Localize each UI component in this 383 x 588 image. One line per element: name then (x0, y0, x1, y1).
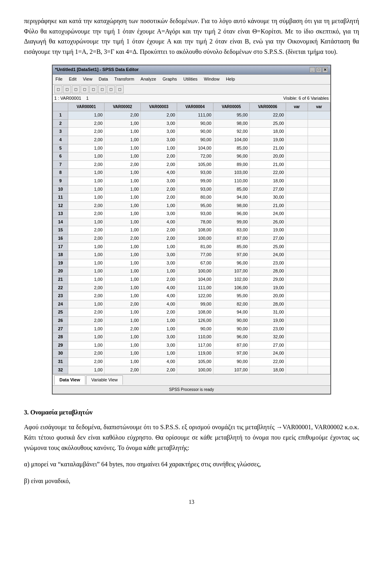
cell-value[interactable]: 1,00 (105, 284, 141, 292)
cell-value[interactable]: 3,00 (141, 210, 177, 218)
cell-value[interactable]: 107,00 (213, 267, 249, 276)
cell-value[interactable]: 22,00 (249, 357, 286, 366)
col-header-var6[interactable]: VAR00006 (249, 103, 286, 111)
cell-value[interactable]: 27,00 (249, 341, 286, 349)
cell-value[interactable]: 1,00 (105, 169, 141, 177)
menu-data[interactable]: Data (97, 75, 109, 83)
cell-value[interactable]: 4,00 (141, 169, 177, 177)
cell-value[interactable]: 99,00 (213, 218, 249, 226)
cell-value[interactable]: 1,00 (105, 201, 141, 210)
cell-value[interactable]: 99,00 (177, 300, 213, 308)
table-row[interactable]: 252,001,002,00108,0094,0031,00 (53, 308, 330, 317)
cell-value[interactable]: 93,00 (177, 185, 213, 193)
cell-value[interactable]: 1,00 (68, 333, 105, 341)
cell-value[interactable]: 95,00 (177, 201, 213, 210)
cell-value[interactable]: 1,00 (68, 267, 105, 276)
toolbar-btn-6[interactable]: ◻ (98, 85, 106, 93)
cell-value[interactable]: 105,00 (177, 160, 213, 169)
cell-value[interactable]: 85,00 (213, 144, 249, 152)
cell-value[interactable]: 80,00 (177, 193, 213, 202)
cell-value[interactable]: 81,00 (177, 243, 213, 251)
cell-value[interactable]: 90,00 (177, 119, 213, 128)
cell-value[interactable]: 27,00 (249, 235, 286, 243)
cell-value[interactable]: 28,00 (249, 300, 286, 308)
cell-value[interactable]: 1,00 (68, 185, 105, 193)
cell-value[interactable]: 19,00 (249, 136, 286, 144)
cell-value[interactable]: 1,00 (68, 152, 105, 161)
cell-value[interactable]: 2,00 (68, 119, 105, 128)
cell-value[interactable]: 1,00 (68, 341, 105, 349)
cell-value[interactable]: 93,00 (177, 169, 213, 177)
cell-value[interactable]: 110,00 (177, 333, 213, 341)
cell-value[interactable]: 3,00 (141, 251, 177, 259)
cell-value[interactable]: 2,00 (141, 235, 177, 243)
table-row[interactable]: 32,001,003,0090,0092,0018,00 (53, 128, 330, 136)
cell-value[interactable]: 2,00 (68, 308, 105, 317)
menu-transform[interactable]: Transform (113, 75, 136, 83)
cell-value[interactable]: 1,00 (68, 218, 105, 226)
table-row[interactable]: 51,001,001,00104,0085,0021,00 (53, 144, 330, 152)
cell-value[interactable]: 1,00 (141, 144, 177, 152)
cell-value[interactable]: 102,00 (213, 276, 249, 284)
cell-value[interactable]: 1,00 (105, 357, 141, 366)
cell-value[interactable]: 20,00 (249, 152, 286, 161)
cell-value[interactable]: 1,00 (68, 243, 105, 251)
cell-value[interactable]: 1,00 (105, 267, 141, 276)
cell-value[interactable]: 100,00 (177, 235, 213, 243)
cell-value[interactable]: 1,00 (68, 111, 105, 120)
cell-value[interactable]: 2,00 (141, 193, 177, 202)
toolbar-btn-1[interactable]: ◻ (54, 85, 62, 93)
cell-value[interactable]: 3,00 (141, 128, 177, 136)
cell-value[interactable]: 24,00 (249, 349, 286, 358)
cell-value[interactable]: 92,00 (213, 128, 249, 136)
menu-graphs[interactable]: Graphs (161, 75, 178, 83)
cell-value[interactable]: 19,00 (249, 284, 286, 292)
cell-value[interactable]: 105,00 (177, 357, 213, 366)
cell-value[interactable]: 104,00 (177, 276, 213, 284)
cell-value[interactable]: 106,00 (213, 284, 249, 292)
toolbar-btn-8[interactable]: ◻ (116, 85, 124, 93)
cell-value[interactable]: 23,00 (249, 325, 286, 333)
cell-value[interactable]: 3,00 (141, 341, 177, 349)
cell-value[interactable]: 1,00 (105, 144, 141, 152)
cell-value[interactable]: 2,00 (141, 226, 177, 235)
cell-value[interactable]: 21,00 (249, 160, 286, 169)
cell-value[interactable]: 2,00 (68, 136, 105, 144)
cell-value[interactable]: 1,00 (105, 341, 141, 349)
cell-value[interactable]: 28,00 (249, 267, 286, 276)
cell-value[interactable]: 2,00 (68, 160, 105, 169)
cell-value[interactable]: 2,00 (141, 276, 177, 284)
cell-value[interactable]: 90,00 (177, 325, 213, 333)
cell-value[interactable]: 1,00 (68, 259, 105, 267)
cell-value[interactable]: 1,00 (105, 128, 141, 136)
cell-value[interactable]: 1,00 (141, 243, 177, 251)
cell-value[interactable]: 3,00 (141, 136, 177, 144)
table-row[interactable]: 232,001,004,00122,0095,0020,00 (53, 292, 330, 300)
cell-value[interactable]: 18,00 (249, 177, 286, 185)
cell-value[interactable]: 2,00 (105, 111, 141, 120)
cell-value[interactable]: 1,00 (105, 259, 141, 267)
table-row[interactable]: 132,001,003,0093,0096,0024,00 (53, 210, 330, 218)
cell-value[interactable]: 1,00 (68, 169, 105, 177)
maximize-button[interactable]: □ (316, 67, 322, 73)
table-row[interactable]: 101,001,002,0093,0085,0027,00 (53, 185, 330, 193)
cell-value[interactable]: 19,00 (249, 226, 286, 235)
cell-value[interactable]: 22,00 (249, 111, 286, 120)
cell-value[interactable]: 30,00 (249, 193, 286, 202)
cell-value[interactable]: 1,00 (141, 325, 177, 333)
menu-utilities[interactable]: Utilities (182, 75, 199, 83)
cell-value[interactable]: 1,00 (68, 276, 105, 284)
cell-value[interactable]: 25,00 (249, 243, 286, 251)
cell-value[interactable]: 2,00 (68, 317, 105, 325)
table-row[interactable]: 302,001,001,00119,0097,0024,00 (53, 349, 330, 358)
cell-value[interactable]: 1,00 (141, 267, 177, 276)
cell-value[interactable]: 90,00 (213, 325, 249, 333)
col-header-var2[interactable]: VAR00002 (105, 103, 141, 111)
cell-value[interactable]: 97,00 (213, 349, 249, 358)
cell-value[interactable]: 85,00 (213, 185, 249, 193)
cell-value[interactable]: 26,00 (249, 218, 286, 226)
cell-value[interactable]: 3,00 (141, 177, 177, 185)
cell-value[interactable]: 2,00 (105, 235, 141, 243)
table-row[interactable]: 122,001,001,0095,0098,0021,00 (53, 201, 330, 210)
cell-value[interactable]: 87,00 (213, 341, 249, 349)
